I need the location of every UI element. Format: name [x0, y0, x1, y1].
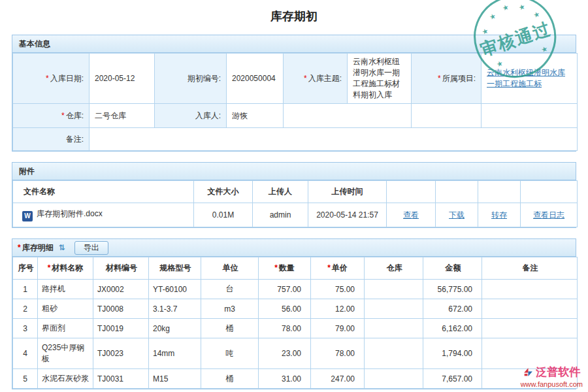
- in-person-value: 游恢: [227, 104, 284, 128]
- in-subject-label-text: 入库主题:: [308, 74, 342, 83]
- cell-material-code: TJ0008: [93, 299, 149, 319]
- save-as-link[interactable]: 转存: [491, 210, 507, 220]
- cell-unit: 台: [201, 280, 259, 299]
- in-subject-label: *入库主题:: [284, 54, 348, 104]
- col-action: [436, 181, 478, 203]
- col-seq-label: 序号: [18, 263, 34, 272]
- col-upload-time: 上传时间: [308, 181, 387, 203]
- required-mark: *: [61, 111, 65, 120]
- export-button[interactable]: 导出: [74, 241, 108, 255]
- cell-amount: 1,794.00: [423, 338, 482, 369]
- col-unit: 单位: [201, 257, 259, 280]
- brand-watermark: 泛普软件 www.fanpusoft.com: [521, 365, 583, 388]
- cell-material-name: Q235中厚钢板: [38, 338, 93, 369]
- initial-no-label: 期初编号:: [155, 54, 227, 104]
- in-person-label: 入库人:: [155, 104, 227, 128]
- brand-name: 泛普软件: [536, 365, 580, 380]
- remark-label: 备注:: [13, 128, 90, 151]
- project-label: *所属项目:: [412, 54, 482, 104]
- attachment-file-name: 库存期初附件.docx: [37, 209, 103, 218]
- cell-amount: 56,775.00: [423, 280, 482, 299]
- basic-info-section: 基本信息 *入库日期: 2020-05-12 期初编号: 2020050004 …: [12, 35, 576, 152]
- cell-price: 247.00: [311, 369, 365, 389]
- table-row: 1 路拌机 JX0002 YT-60100 台 757.00 75.00 56,…: [13, 280, 578, 299]
- col-remark: 备注: [482, 257, 578, 280]
- attachments-table: 文件名称 文件大小 上传人 上传时间 W库存期初附件.docx 0.01M ad…: [12, 180, 578, 227]
- fanpu-logo-icon: [523, 367, 534, 378]
- initial-no-value: 2020050004: [227, 54, 284, 104]
- col-action: [521, 181, 578, 203]
- cell-qty: 23.00: [259, 338, 311, 369]
- cell-qty: 31.00: [259, 369, 311, 389]
- col-amount: 金额: [423, 257, 482, 280]
- attachment-row: W库存期初附件.docx 0.01M admin 2020-05-14 21:5…: [13, 203, 578, 227]
- initial-no-label-text: 期初编号:: [188, 74, 221, 83]
- required-mark: *: [274, 263, 278, 272]
- word-doc-icon: W: [22, 211, 33, 221]
- in-subject-value: 云南水利枢纽潜明水库一期工程施工标材料期初入库: [348, 54, 412, 104]
- col-qty-label: 数量: [279, 263, 295, 272]
- table-row: 5 水泥石灰砂浆 TJ0031 M15 桶 31.00 247.00 7,657…: [13, 369, 578, 389]
- project-value-cell: 云南水利枢纽潜明水库一期工程施工标: [482, 54, 578, 104]
- cell-remark: [482, 319, 578, 338]
- in-date-value: 2020-05-12: [90, 54, 155, 104]
- table-row: 2 粗砂 TJ0008 3.1-3.7 m3 56.00 12.00 672.0…: [13, 299, 578, 319]
- warehouse-value: 二号仓库: [90, 104, 155, 128]
- cell-unit: 桶: [201, 319, 259, 338]
- cell-material-name: 路拌机: [38, 280, 93, 299]
- col-warehouse: 仓库: [365, 257, 423, 280]
- table-row: 4 Q235中厚钢板 TJ0023 14mm 吨 23.00 78.00 1,7…: [13, 338, 578, 369]
- attachments-header-row: 文件名称 文件大小 上传人 上传时间: [13, 181, 578, 203]
- detail-table: 序号 *材料名称 材料编号 规格型号 单位 *数量 *单价 仓库 金额 备注 1…: [12, 257, 578, 389]
- cell-material-code: TJ0023: [93, 338, 149, 369]
- cell-qty: 78.00: [259, 319, 311, 338]
- attachment-action-cell: 查看日志: [521, 203, 578, 227]
- cell-spec: M15: [149, 369, 201, 389]
- cell-remark: [482, 299, 578, 319]
- cell-amount: 7,657.00: [423, 369, 482, 389]
- view-log-link[interactable]: 查看日志: [533, 210, 564, 220]
- col-uploader: 上传人: [253, 181, 308, 203]
- attachment-uploader: admin: [253, 203, 308, 227]
- attachment-name-cell: W库存期初附件.docx: [13, 203, 194, 227]
- basic-info-table: *入库日期: 2020-05-12 期初编号: 2020050004 *入库主题…: [12, 53, 578, 151]
- required-mark: *: [438, 74, 441, 83]
- attachments-header: 附件: [12, 163, 576, 180]
- sort-icon[interactable]: ⇅: [59, 239, 65, 256]
- col-amount-label: 金额: [446, 263, 461, 272]
- attachment-action-cell: 查看: [387, 203, 436, 227]
- col-action: [387, 181, 436, 203]
- cell-spec: YT-60100: [149, 280, 201, 299]
- cell-price: 75.00: [311, 280, 365, 299]
- cell-amount: 6,162.00: [423, 319, 482, 338]
- col-material-name: *材料名称: [38, 257, 93, 280]
- col-warehouse-label: 仓库: [387, 263, 402, 272]
- cell-material-name: 界面剂: [38, 319, 93, 338]
- attachments-title: 附件: [19, 163, 35, 180]
- detail-header-row: 序号 *材料名称 材料编号 规格型号 单位 *数量 *单价 仓库 金额 备注: [13, 257, 578, 280]
- cell-spec: 20kg: [149, 319, 201, 338]
- page-title: 库存期初: [0, 0, 588, 35]
- required-mark: *: [48, 263, 51, 272]
- col-file-name: 文件名称: [13, 181, 194, 203]
- in-person-label-text: 入库人:: [195, 111, 221, 120]
- col-unit-label: 单位: [223, 263, 238, 272]
- remark-value: [90, 128, 578, 151]
- attachment-action-cell: 转存: [478, 203, 521, 227]
- empty-cell: [412, 104, 482, 128]
- cell-warehouse: [365, 280, 423, 299]
- cell-material-code: JX0002: [93, 280, 149, 299]
- project-link[interactable]: 云南水利枢纽潜明水库一期工程施工标: [487, 68, 565, 88]
- cell-qty: 56.00: [259, 299, 311, 319]
- cell-warehouse: [365, 299, 423, 319]
- table-row: 3 界面剂 TJ0019 20kg 桶 78.00 79.00 6,162.00: [13, 319, 578, 338]
- required-mark: *: [327, 263, 331, 272]
- download-link[interactable]: 下载: [449, 210, 465, 220]
- col-price: *单价: [311, 257, 365, 280]
- col-qty: *数量: [259, 257, 311, 280]
- required-mark: *: [46, 74, 49, 83]
- cell-warehouse: [365, 369, 423, 389]
- col-material-code-label: 材料编号: [106, 263, 137, 272]
- view-link[interactable]: 查看: [403, 210, 419, 220]
- required-mark: *: [18, 243, 21, 252]
